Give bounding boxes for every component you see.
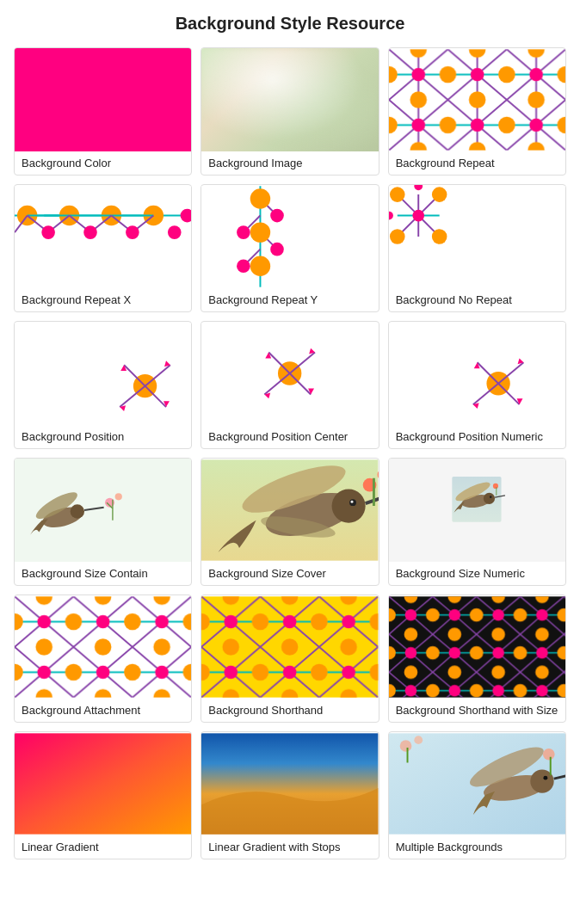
bg-position-center-preview [201, 322, 378, 425]
card-label-bg-color: Background Color [15, 151, 191, 175]
card-bg-size-contain[interactable]: Background Size Contain [14, 458, 192, 586]
card-label-bg-size-cover: Background Size Cover [201, 562, 378, 585]
card-label-bg-repeat: Background Repeat [389, 151, 565, 175]
card-label-bg-position: Background Position [15, 425, 191, 448]
card-grid: Background Color Background Image [14, 47, 566, 859]
svg-rect-128 [15, 596, 191, 697]
svg-point-113 [484, 493, 495, 504]
card-bg-size-numeric[interactable]: Background Size Numeric [388, 458, 566, 586]
bg-repeat-y-preview [201, 185, 378, 288]
svg-rect-140 [201, 596, 378, 697]
bg-color-preview [15, 48, 191, 151]
svg-point-52 [390, 187, 405, 202]
card-label-linear-gradient: Linear Gradient [15, 835, 191, 859]
card-label-bg-position-center: Background Position Center [201, 425, 378, 448]
svg-point-163 [399, 740, 411, 752]
svg-rect-153 [15, 733, 191, 834]
svg-point-42 [250, 256, 270, 275]
card-label-bg-no-repeat: Background No Repeat [389, 288, 565, 311]
svg-point-56 [412, 210, 424, 222]
card-label-bg-position-numeric: Background Position Numeric [389, 425, 565, 448]
card-label-bg-image: Background Image [201, 151, 378, 175]
svg-point-32 [126, 225, 139, 239]
card-label-bg-shorthand: Background Shorthand [201, 699, 378, 722]
card-bg-repeat-x[interactable]: Background Repeat X [14, 184, 192, 312]
svg-rect-152 [389, 596, 565, 697]
bg-shorthand-preview [201, 595, 378, 699]
svg-rect-47 [389, 186, 565, 286]
svg-rect-34 [201, 186, 378, 286]
bg-size-numeric-preview [389, 459, 565, 562]
bg-position-preview [15, 322, 191, 425]
card-bg-repeat[interactable]: Background Repeat [388, 47, 566, 176]
bg-size-contain-preview [15, 459, 191, 562]
linear-gradient-preview [15, 732, 191, 835]
svg-point-45 [237, 225, 250, 239]
card-bg-no-repeat[interactable]: Background No Repeat [388, 184, 566, 312]
card-label-bg-repeat-x: Background Repeat X [15, 288, 191, 311]
svg-point-102 [332, 490, 366, 523]
card-linear-gradient[interactable]: Linear Gradient [14, 731, 192, 859]
svg-rect-11 [389, 49, 565, 150]
svg-point-53 [432, 187, 447, 202]
svg-point-41 [250, 222, 270, 242]
svg-point-33 [168, 225, 182, 239]
card-bg-shorthand[interactable]: Background Shorthand [201, 594, 379, 723]
card-label-linear-gradient-stops: Linear Gradient with Stops [201, 835, 378, 859]
svg-point-92 [71, 504, 84, 518]
card-bg-size-cover[interactable]: Background Size Cover [201, 458, 379, 586]
card-label-bg-size-numeric: Background Size Numeric [389, 562, 565, 585]
multiple-bg-preview [389, 732, 565, 835]
bg-size-cover-preview [201, 459, 378, 562]
svg-point-43 [271, 209, 285, 223]
card-label-bg-attachment: Background Attachment [15, 699, 191, 722]
svg-point-105 [351, 501, 354, 503]
svg-point-161 [543, 748, 555, 761]
svg-rect-12 [15, 186, 191, 286]
card-bg-position-center[interactable]: Background Position Center [201, 321, 379, 449]
card-bg-repeat-y[interactable]: Background Repeat Y [201, 184, 379, 312]
svg-point-40 [250, 188, 270, 208]
svg-point-30 [41, 225, 55, 239]
card-bg-position[interactable]: Background Position [14, 321, 192, 449]
bg-attachment-preview [15, 595, 191, 699]
svg-point-31 [83, 225, 97, 239]
card-linear-gradient-stops[interactable]: Linear Gradient with Stops [201, 731, 379, 859]
svg-point-164 [414, 736, 423, 744]
svg-point-54 [390, 229, 405, 244]
svg-point-55 [432, 229, 447, 244]
page-title: Background Style Resource [14, 14, 566, 34]
bg-shorthand-size-preview [389, 595, 565, 699]
svg-point-116 [493, 484, 498, 489]
bg-no-repeat-preview [389, 185, 565, 288]
card-label-bg-shorthand-size: Background Shorthand with Size [389, 699, 565, 722]
card-bg-shorthand-size[interactable]: Background Shorthand with Size [388, 594, 566, 723]
svg-point-95 [115, 493, 122, 500]
svg-point-46 [237, 259, 250, 273]
svg-point-44 [271, 243, 285, 256]
card-label-multiple-bg: Multiple Backgrounds [389, 835, 565, 859]
bg-repeat-preview [389, 48, 565, 151]
card-label-bg-repeat-y: Background Repeat Y [201, 288, 378, 311]
bg-image-preview [201, 48, 378, 151]
svg-point-115 [490, 496, 492, 498]
linear-gradient-stops-preview [201, 732, 378, 835]
bg-position-numeric-preview [389, 322, 565, 425]
card-label-bg-size-contain: Background Size Contain [15, 562, 191, 585]
card-bg-image[interactable]: Background Image [201, 47, 379, 176]
bg-repeat-x-preview [15, 185, 191, 288]
card-bg-color[interactable]: Background Color [14, 47, 192, 176]
svg-point-160 [543, 776, 547, 780]
card-multiple-bg[interactable]: Multiple Backgrounds [388, 731, 566, 859]
card-bg-position-numeric[interactable]: Background Position Numeric [388, 321, 566, 449]
card-bg-attachment[interactable]: Background Attachment [14, 594, 192, 723]
svg-rect-59 [15, 323, 191, 423]
